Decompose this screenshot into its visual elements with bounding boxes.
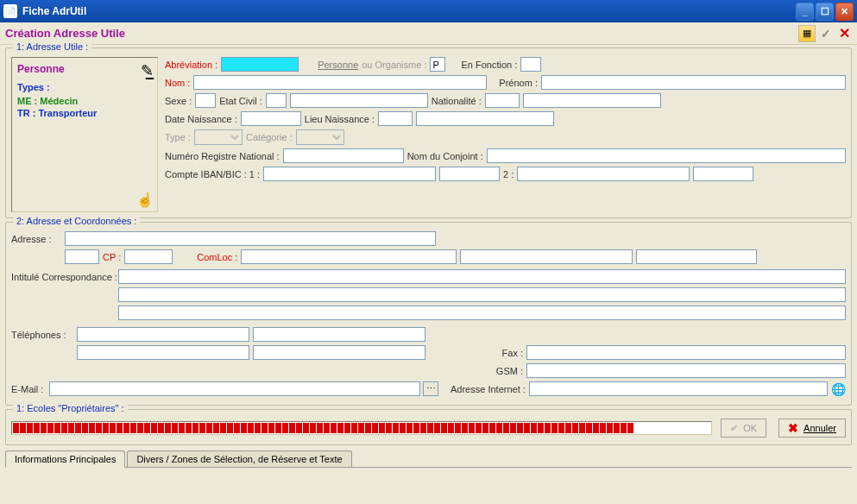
personne-label: Personne (17, 63, 152, 75)
label-lieu-naissance: Lieu Naissance : (305, 114, 375, 124)
cursor-icon[interactable]: ✎̲ (141, 61, 154, 80)
input-nationalite-code[interactable] (485, 93, 520, 108)
label-adresse: Adresse : (11, 234, 61, 244)
input-nationalite[interactable] (523, 93, 661, 108)
input-prenom[interactable] (541, 75, 846, 90)
input-cp[interactable] (124, 249, 173, 264)
label-nom-conjoint: Nom du Conjoint : (407, 151, 483, 161)
input-tel-4[interactable] (253, 345, 425, 360)
label-compte2: 2 : (503, 169, 514, 180)
input-etat-civil-code[interactable] (266, 93, 287, 108)
ecoles-progress (11, 421, 712, 435)
label-email: E-Mail : (11, 384, 46, 394)
input-compte2-iban[interactable] (517, 167, 690, 181)
label-telephones: Téléphones : (11, 330, 73, 340)
input-fax[interactable] (526, 345, 846, 360)
group-title-2: 2: Adresse et Coordonnées : (13, 216, 140, 226)
group-title-1: 1: Adresse Utile : (13, 41, 91, 52)
label-nom: Nom : (165, 78, 190, 88)
input-intitule-3[interactable] (118, 306, 846, 320)
type-transporteur: TR : Transporteur (17, 108, 152, 118)
label-intitule: Intitulé Correspondance : (11, 272, 115, 282)
input-nom[interactable] (193, 75, 487, 90)
label-prenom: Prénom : (499, 78, 538, 88)
label-abreviation: Abréviation : (165, 60, 217, 70)
x-icon: ✖ (788, 421, 798, 435)
input-adresse-internet[interactable] (529, 381, 828, 396)
input-en-fonction[interactable] (520, 57, 541, 72)
label-fax: Fax : (502, 348, 523, 358)
label-categorie: Catégorie : (246, 132, 293, 142)
tab-divers[interactable]: Divers / Zones de Sélection, de Réserve … (127, 450, 351, 467)
toolbar: Création Adresse Utile ▦ ✓ ✕ (0, 22, 857, 45)
label-comloc: ComLoc : (197, 252, 237, 262)
input-comloc[interactable] (241, 249, 457, 264)
toolbar-cancel-icon[interactable]: ✕ (836, 26, 852, 41)
input-gsm[interactable] (526, 363, 846, 378)
input-nrn[interactable] (283, 148, 404, 163)
label-date-naissance: Date Naissance : (165, 114, 237, 124)
label-sexe: Sexe : (165, 96, 192, 106)
input-abreviation[interactable] (221, 57, 299, 72)
link-personne[interactable]: Personne (318, 60, 358, 70)
close-button[interactable]: ✕ (835, 3, 854, 21)
input-intitule-2[interactable] (118, 287, 846, 302)
label-type: Type : (165, 132, 191, 142)
label-nrn: Numéro Registre National : (165, 151, 280, 161)
input-tel-3[interactable] (77, 345, 249, 360)
input-compte2-bic[interactable] (693, 167, 753, 181)
input-tel-2[interactable] (253, 327, 425, 342)
maximize-button[interactable]: ☐ (816, 3, 834, 21)
email-lookup-button[interactable]: ⋯ (423, 381, 438, 396)
input-compte1-iban[interactable] (263, 167, 436, 181)
window-title: Fiche AdrUtil (22, 5, 86, 17)
label-cp: CP : (103, 252, 121, 262)
minimize-button[interactable]: _ (796, 3, 814, 21)
select-categorie (296, 129, 344, 145)
label-gsm: GSM : (496, 366, 523, 376)
label-compte-iban: Compte IBAN/BIC : 1 : (165, 169, 260, 180)
label-nationalite: Nationalité : (432, 96, 482, 106)
tabs: Informations Principales Divers / Zones … (5, 449, 852, 468)
label-adresse-internet: Adresse Internet : (451, 384, 526, 394)
input-adresse[interactable] (65, 231, 436, 246)
check-icon: ✔ (730, 423, 738, 434)
annuler-button-label: Annuler (803, 423, 836, 433)
input-compte1-bic[interactable] (439, 167, 500, 181)
input-date-naissance[interactable] (241, 111, 301, 126)
input-comloc-2[interactable] (460, 249, 633, 264)
input-cp-prefix[interactable] (65, 249, 99, 264)
group-title-3: 1: Ecoles "Propriétaires" : (13, 403, 128, 413)
input-nom-conjoint[interactable] (487, 148, 846, 163)
ok-button[interactable]: ✔ OK (721, 419, 766, 438)
input-sexe[interactable] (195, 93, 216, 108)
input-tel-1[interactable] (77, 327, 249, 342)
doc-icon: 📄 (3, 4, 17, 18)
label-ou-organisme: ou Organisme : (362, 60, 426, 70)
tab-informations-principales[interactable]: Informations Principales (5, 450, 125, 468)
side-panel: Personne ✎̲ Types : ME : Médecin TR : Tr… (11, 57, 158, 212)
group-ecoles: 1: Ecoles "Propriétaires" : ✔ OK ✖ Annul… (5, 409, 852, 445)
group-adresse-coordonnees: 2: Adresse et Coordonnées : Adresse : CP… (5, 222, 852, 406)
input-lieu-naissance-code[interactable] (378, 111, 413, 126)
input-lieu-naissance[interactable] (416, 111, 554, 126)
select-type (194, 129, 243, 145)
ok-button-label: OK (743, 423, 757, 433)
page-title: Création Adresse Utile (5, 27, 796, 40)
annuler-button[interactable]: ✖ Annuler (778, 419, 846, 438)
titlebar: 📄 Fiche AdrUtil _ ☐ ✕ (0, 0, 857, 22)
label-en-fonction: En Fonction : (461, 60, 517, 70)
input-email[interactable] (49, 381, 420, 396)
group-adresse-utile: 1: Adresse Utile : Personne ✎̲ Types : M… (5, 47, 852, 218)
input-intitule-1[interactable] (118, 269, 846, 284)
globe-icon[interactable]: 🌐 (831, 382, 846, 396)
toolbar-check-icon[interactable]: ✓ (818, 26, 834, 41)
label-etat-civil: Etat Civil : (219, 96, 262, 106)
toolbar-action-icon[interactable]: ▦ (798, 25, 816, 42)
hand-icon[interactable]: ☝️ (136, 192, 154, 208)
input-etat-civil[interactable] (290, 93, 428, 108)
input-comloc-3[interactable] (636, 249, 757, 264)
type-medecin: ME : Médecin (17, 96, 152, 106)
types-label: Types : (17, 82, 152, 92)
input-personne-organisme[interactable] (430, 57, 445, 72)
